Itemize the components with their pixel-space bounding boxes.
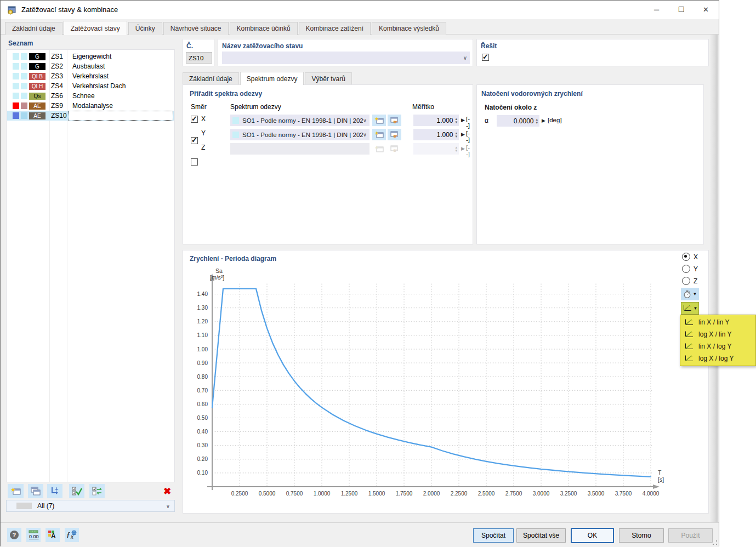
delete-load-case-button[interactable]: ✖ [160,484,174,498]
edit-spectrum-z-button: ☛ [388,143,401,155]
radio-y-icon[interactable] [682,265,690,273]
units-settings-button[interactable]: 0.00 [26,528,41,542]
axis-scale-button[interactable]: ▼ [681,302,699,315]
spectrum-x-combo[interactable]: SO1 - Podle normy - EN 1998-1 | DIN | 20… [230,115,370,126]
svg-text:☛: ☛ [393,133,398,139]
fx-icon: f x [66,530,77,540]
svg-text:Sa: Sa [215,267,223,274]
scale-z-field: ▴▾ [413,143,459,155]
direction-y-checkbox[interactable] [191,137,198,144]
tab-kombinace-zatizeni[interactable]: Kombinace zatížení [299,22,371,35]
spectra-panel: Přiřadit spektra odezvy Směr Spektrum od… [183,84,473,244]
spinner-arrows-icon[interactable]: ▴▾ [536,118,539,124]
menu-item-log-log[interactable]: log X / log Y [680,352,755,364]
radio-z-icon[interactable] [682,277,690,285]
ok-button[interactable]: OK [571,528,614,543]
edit-spectrum-y-button[interactable]: ☛ [388,129,401,140]
scale-y-field[interactable]: 1.000 ▴▾ [413,129,459,140]
detail-arrow-icon[interactable]: ▶ [461,132,465,137]
spinner-arrows-icon[interactable]: ▴▾ [455,117,459,124]
load-case-id: ZS3 [46,72,69,80]
scale-x-field[interactable]: 1.000 ▴▾ [413,115,459,126]
list-item-zs4[interactable]: QI H ZS4 Verkehrslast Dach [7,81,174,91]
spinner-arrows-icon[interactable]: ▴▾ [455,132,459,138]
color-swatch [13,73,19,79]
alpha-field[interactable]: 0.0000 ▴▾ [497,115,539,127]
svg-text:?: ? [13,532,16,538]
spectrum-y-combo[interactable]: SO1 - Podle normy - EN 1998-1 | DIN | 20… [230,129,370,140]
time-history-button[interactable]: ▼ [681,288,699,300]
subtab-vyber-tvaru[interactable]: Výběr tvarů [305,72,351,85]
direction-z-label: Z [201,144,205,151]
apply-button[interactable]: Použít [668,528,713,543]
spectrum-header: Spektrum odezvy [230,103,281,111]
edit-spectrum-x-button[interactable]: ☛ [388,115,401,126]
chart-axis-y-radio[interactable]: Y [682,265,698,273]
menu-item-log-lin[interactable]: log X / lin Y [680,328,755,340]
menu-item-lin-lin[interactable]: lin X / lin Y [680,316,755,328]
maximize-button[interactable]: ☐ [669,1,694,19]
subtab-zakladni-udaje[interactable]: Základní údaje [183,72,239,85]
calculate-all-button[interactable]: Spočítat vše [516,528,566,543]
check-all-button[interactable] [69,484,84,498]
load-case-list[interactable]: G ZS1 Eigengewicht G ZS2 Ausbaulast QI B… [6,49,175,482]
list-item-zs2[interactable]: G ZS2 Ausbaulast [7,61,174,71]
close-button[interactable]: ✕ [694,1,718,19]
copy-load-case-button[interactable] [28,484,43,498]
menu-item-lin-log[interactable]: lin X / log Y [680,340,755,352]
tab-ucinky[interactable]: Účinky [128,22,162,35]
list-item-zs10-selected[interactable]: AE ZS10 [7,111,174,121]
menu-item-label: lin X / lin Y [698,318,729,326]
load-case-name-combo[interactable]: ∨ [222,52,470,64]
new-spectrum-x-button[interactable]: ★ [372,115,386,126]
svg-text:0.60: 0.60 [197,401,208,407]
cancel-button[interactable]: Storno [619,528,664,543]
detail-arrow-icon[interactable]: ▶ [461,117,465,123]
invert-selection-button[interactable] [89,484,105,498]
spectrum-color-swatch [232,117,239,124]
formula-button[interactable]: f x [65,528,79,542]
svg-text:2.2500: 2.2500 [451,491,468,497]
help-button[interactable]: ? [7,528,21,542]
load-case-name: Modalanalyse [69,101,174,110]
detail-arrow-icon[interactable]: ▶ [542,118,545,123]
svg-text:2.7500: 2.7500 [505,491,522,497]
resize-grip[interactable] [712,540,718,545]
svg-text:★: ★ [374,116,379,122]
direction-z-checkbox[interactable] [191,158,198,166]
color-swatch [13,83,19,89]
direction-y-label: Y [201,129,206,137]
list-item-zs6[interactable]: Qs ZS6 Schnee [7,91,174,101]
chart-axis-z-radio[interactable]: Z [682,277,697,285]
menu-item-label: log X / log Y [698,355,734,362]
solve-checkbox[interactable] [482,54,489,61]
tab-zakladni-udaje[interactable]: Základní údaje [5,22,62,35]
category-badge: G [29,53,46,60]
svg-text:★: ★ [374,145,379,150]
invert-checks-icon [92,486,103,496]
load-case-name-edit[interactable] [69,111,173,120]
svg-text:0.80: 0.80 [197,374,208,380]
subtab-spektrum-odezvy[interactable]: Spektrum odezvy [240,72,304,85]
tab-kombinace-vysledku[interactable]: Kombinace výsledků [372,22,446,35]
tab-navrhove-situace[interactable]: Návrhové situace [163,22,229,35]
display-settings-button[interactable]: A [46,528,60,542]
list-item-zs1[interactable]: G ZS1 Eigengewicht [7,52,174,61]
color-swatch [21,102,27,109]
list-heading: Seznam [8,39,33,47]
tab-kombinace-ucinku[interactable]: Kombinace účinků [230,22,298,35]
direction-x-checkbox[interactable] [191,116,198,123]
add-insert-button[interactable]: + [47,484,62,498]
chart-axis-x-radio[interactable]: X [682,253,698,261]
calculate-button[interactable]: Spočítat [473,528,514,543]
scale-x-unit: [--] [466,116,473,129]
radio-x-icon[interactable] [682,253,690,261]
list-item-zs9[interactable]: AE ZS9 Modalanalyse [7,101,174,111]
minimize-button[interactable]: ─ [644,1,669,19]
list-filter-dropdown[interactable]: All (7) ∨ [6,500,175,512]
list-item-zs3[interactable]: QI B ZS3 Verkehrslast [7,71,174,81]
tab-zatezovaci-stavy[interactable]: Zatěžovací stavy [64,21,127,35]
app-icon [7,5,17,15]
new-load-case-button[interactable]: ★ [8,484,24,498]
new-spectrum-y-button[interactable]: ★ [372,129,386,140]
